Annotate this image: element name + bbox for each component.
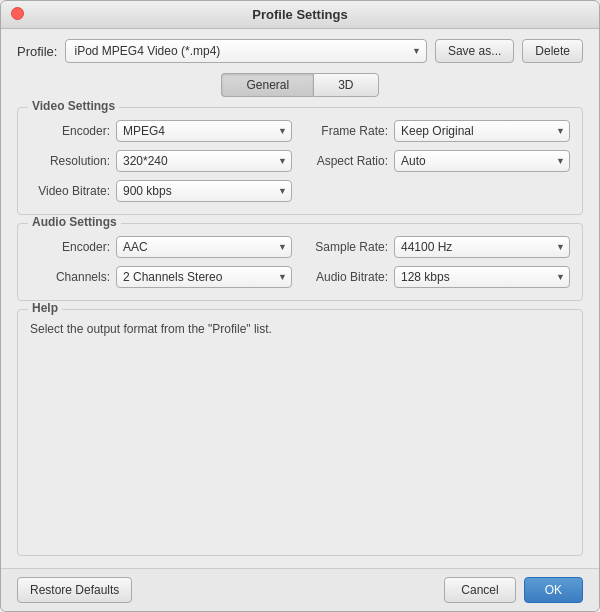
sample-rate-select-wrapper: 44100 Hz 22050 Hz 48000 Hz 96000 Hz [394, 236, 570, 258]
video-bitrate-select-wrapper: 900 kbps 1500 kbps 2000 kbps 3000 kbps 5… [116, 180, 292, 202]
encoder-select-wrapper: MPEG4 H.264 H.265 MPEG2 [116, 120, 292, 142]
frame-rate-label: Frame Rate: [308, 124, 388, 138]
audio-bitrate-select-wrapper: 128 kbps 64 kbps 192 kbps 256 kbps 320 k… [394, 266, 570, 288]
tabs-row: General 3D [17, 73, 583, 97]
profile-row: Profile: iPod MPEG4 Video (*.mp4) DVD Vi… [17, 39, 583, 63]
frame-rate-select[interactable]: Keep Original 23.97 24 25 29.97 30 60 [394, 120, 570, 142]
title-bar: Profile Settings [1, 1, 599, 29]
audio-bitrate-label: Audio Bitrate: [308, 270, 388, 284]
bottom-bar: Restore Defaults Cancel OK [1, 568, 599, 611]
help-section-title: Help [28, 301, 62, 315]
audio-encoder-label: Encoder: [30, 240, 110, 254]
profile-label: Profile: [17, 44, 57, 59]
video-settings-section: Video Settings Encoder: MPEG4 H.264 H.26… [17, 107, 583, 215]
audio-encoder-select-wrapper: AAC MP3 AC3 WMA [116, 236, 292, 258]
audio-encoder-row: Encoder: AAC MP3 AC3 WMA [30, 236, 292, 258]
sample-rate-select[interactable]: 44100 Hz 22050 Hz 48000 Hz 96000 Hz [394, 236, 570, 258]
video-bitrate-select[interactable]: 900 kbps 1500 kbps 2000 kbps 3000 kbps 5… [116, 180, 292, 202]
cancel-button[interactable]: Cancel [444, 577, 515, 603]
video-bitrate-row: Video Bitrate: 900 kbps 1500 kbps 2000 k… [30, 180, 292, 202]
help-section: Help Select the output format from the "… [17, 309, 583, 556]
window-title: Profile Settings [252, 7, 347, 22]
channels-row: Channels: 2 Channels Stereo 1 Channel Mo… [30, 266, 292, 288]
profile-settings-window: Profile Settings Profile: iPod MPEG4 Vid… [0, 0, 600, 612]
save-as-button[interactable]: Save as... [435, 39, 514, 63]
sample-rate-label: Sample Rate: [308, 240, 388, 254]
window-content: Profile: iPod MPEG4 Video (*.mp4) DVD Vi… [1, 29, 599, 568]
resolution-row: Resolution: 320*240 640*480 1280*720 192… [30, 150, 292, 172]
channels-label: Channels: [30, 270, 110, 284]
audio-settings-grid: Encoder: AAC MP3 AC3 WMA Sample Rate: [30, 236, 570, 288]
traffic-lights [11, 7, 24, 23]
frame-rate-select-wrapper: Keep Original 23.97 24 25 29.97 30 60 [394, 120, 570, 142]
encoder-label: Encoder: [30, 124, 110, 138]
resolution-select-wrapper: 320*240 640*480 1280*720 1920*1080 [116, 150, 292, 172]
aspect-ratio-label: Aspect Ratio: [308, 154, 388, 168]
video-settings-title: Video Settings [28, 99, 119, 113]
audio-settings-section: Audio Settings Encoder: AAC MP3 AC3 WMA [17, 223, 583, 301]
aspect-ratio-row: Aspect Ratio: Auto 16:9 4:3 1:1 [308, 150, 570, 172]
profile-select[interactable]: iPod MPEG4 Video (*.mp4) DVD Video AVI M… [65, 39, 426, 63]
audio-bitrate-row: Audio Bitrate: 128 kbps 64 kbps 192 kbps… [308, 266, 570, 288]
audio-encoder-select[interactable]: AAC MP3 AC3 WMA [116, 236, 292, 258]
encoder-select[interactable]: MPEG4 H.264 H.265 MPEG2 [116, 120, 292, 142]
tab-3d[interactable]: 3D [313, 73, 378, 97]
frame-rate-row: Frame Rate: Keep Original 23.97 24 25 29… [308, 120, 570, 142]
resolution-select[interactable]: 320*240 640*480 1280*720 1920*1080 [116, 150, 292, 172]
profile-select-wrapper: iPod MPEG4 Video (*.mp4) DVD Video AVI M… [65, 39, 426, 63]
video-grid-empty [308, 180, 570, 202]
delete-button[interactable]: Delete [522, 39, 583, 63]
close-button[interactable] [11, 7, 24, 20]
resolution-label: Resolution: [30, 154, 110, 168]
aspect-ratio-select[interactable]: Auto 16:9 4:3 1:1 [394, 150, 570, 172]
aspect-ratio-select-wrapper: Auto 16:9 4:3 1:1 [394, 150, 570, 172]
audio-settings-title: Audio Settings [28, 215, 121, 229]
video-bitrate-label: Video Bitrate: [30, 184, 110, 198]
channels-select-wrapper: 2 Channels Stereo 1 Channel Mono 6 Chann… [116, 266, 292, 288]
encoder-row: Encoder: MPEG4 H.264 H.265 MPEG2 [30, 120, 292, 142]
channels-select[interactable]: 2 Channels Stereo 1 Channel Mono 6 Chann… [116, 266, 292, 288]
sample-rate-row: Sample Rate: 44100 Hz 22050 Hz 48000 Hz … [308, 236, 570, 258]
audio-bitrate-select[interactable]: 128 kbps 64 kbps 192 kbps 256 kbps 320 k… [394, 266, 570, 288]
restore-defaults-button[interactable]: Restore Defaults [17, 577, 132, 603]
bottom-right-buttons: Cancel OK [444, 577, 583, 603]
tab-general[interactable]: General [221, 73, 313, 97]
ok-button[interactable]: OK [524, 577, 583, 603]
video-settings-grid: Encoder: MPEG4 H.264 H.265 MPEG2 Frame R… [30, 120, 570, 202]
help-text: Select the output format from the "Profi… [30, 322, 570, 336]
